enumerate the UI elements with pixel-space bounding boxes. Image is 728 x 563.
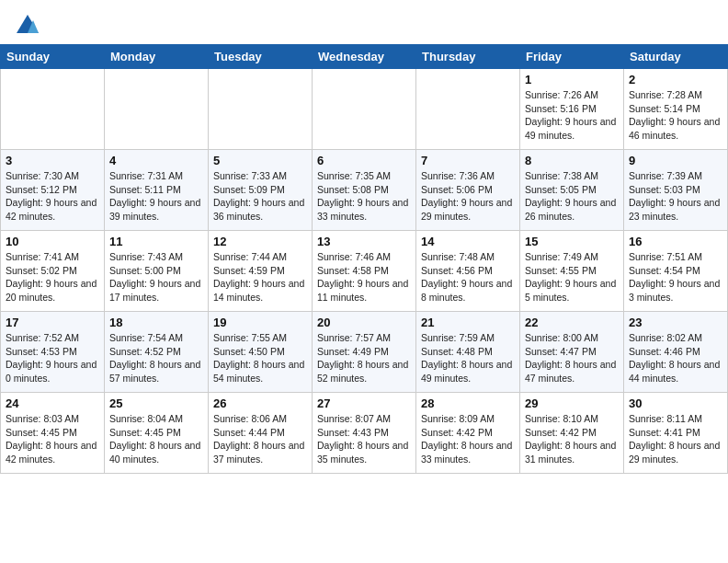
day-number: 19 — [213, 316, 307, 329]
day-number: 13 — [317, 235, 411, 248]
day-number: 16 — [629, 235, 722, 248]
calendar-cell — [105, 69, 209, 150]
calendar-cell: 12Sunrise: 7:44 AM Sunset: 4:59 PM Dayli… — [209, 231, 313, 312]
day-number: 3 — [6, 154, 99, 167]
calendar-week-row: 1Sunrise: 7:26 AM Sunset: 5:16 PM Daylig… — [1, 69, 728, 150]
day-number: 6 — [317, 154, 411, 167]
day-detail: Sunrise: 7:54 AM Sunset: 4:52 PM Dayligh… — [109, 331, 203, 385]
day-number: 28 — [421, 396, 515, 410]
col-header-monday: Monday — [105, 45, 209, 69]
calendar-week-row: 3Sunrise: 7:30 AM Sunset: 5:12 PM Daylig… — [1, 150, 728, 231]
day-number: 7 — [421, 154, 515, 167]
day-number: 2 — [629, 73, 722, 86]
calendar-cell: 24Sunrise: 8:03 AM Sunset: 4:45 PM Dayli… — [1, 393, 105, 474]
calendar-cell: 16Sunrise: 7:51 AM Sunset: 4:54 PM Dayli… — [624, 231, 728, 312]
day-number: 21 — [421, 316, 515, 329]
calendar-cell: 5Sunrise: 7:33 AM Sunset: 5:09 PM Daylig… — [209, 150, 313, 231]
calendar-table: SundayMondayTuesdayWednesdayThursdayFrid… — [0, 44, 728, 474]
calendar-week-row: 10Sunrise: 7:41 AM Sunset: 5:02 PM Dayli… — [1, 231, 728, 312]
col-header-tuesday: Tuesday — [209, 45, 313, 69]
calendar-cell: 1Sunrise: 7:26 AM Sunset: 5:16 PM Daylig… — [520, 69, 624, 150]
day-detail: Sunrise: 8:03 AM Sunset: 4:45 PM Dayligh… — [6, 412, 99, 466]
day-detail: Sunrise: 8:00 AM Sunset: 4:47 PM Dayligh… — [525, 331, 619, 385]
day-detail: Sunrise: 7:36 AM Sunset: 5:06 PM Dayligh… — [421, 169, 515, 224]
day-detail: Sunrise: 8:04 AM Sunset: 4:45 PM Dayligh… — [109, 412, 203, 466]
calendar-cell: 20Sunrise: 7:57 AM Sunset: 4:49 PM Dayli… — [313, 312, 416, 393]
calendar-cell: 26Sunrise: 8:06 AM Sunset: 4:44 PM Dayli… — [209, 393, 313, 474]
day-detail: Sunrise: 7:39 AM Sunset: 5:03 PM Dayligh… — [629, 169, 722, 224]
calendar-cell: 3Sunrise: 7:30 AM Sunset: 5:12 PM Daylig… — [1, 150, 105, 231]
calendar-cell — [416, 69, 520, 150]
calendar-cell: 6Sunrise: 7:35 AM Sunset: 5:08 PM Daylig… — [313, 150, 416, 231]
calendar-cell: 23Sunrise: 8:02 AM Sunset: 4:46 PM Dayli… — [624, 312, 728, 393]
day-detail: Sunrise: 7:51 AM Sunset: 4:54 PM Dayligh… — [629, 250, 722, 304]
day-detail: Sunrise: 7:28 AM Sunset: 5:14 PM Dayligh… — [629, 88, 722, 143]
calendar-cell: 22Sunrise: 8:00 AM Sunset: 4:47 PM Dayli… — [520, 312, 624, 393]
day-detail: Sunrise: 7:44 AM Sunset: 4:59 PM Dayligh… — [213, 250, 307, 304]
day-number: 1 — [525, 73, 619, 86]
day-detail: Sunrise: 7:38 AM Sunset: 5:05 PM Dayligh… — [525, 169, 619, 224]
calendar-cell: 27Sunrise: 8:07 AM Sunset: 4:43 PM Dayli… — [313, 393, 416, 474]
day-detail: Sunrise: 7:55 AM Sunset: 4:50 PM Dayligh… — [213, 331, 307, 385]
day-number: 5 — [213, 154, 307, 167]
calendar-week-row: 24Sunrise: 8:03 AM Sunset: 4:45 PM Dayli… — [1, 393, 728, 474]
col-header-saturday: Saturday — [624, 45, 728, 69]
calendar-week-row: 17Sunrise: 7:52 AM Sunset: 4:53 PM Dayli… — [1, 312, 728, 393]
calendar-cell: 4Sunrise: 7:31 AM Sunset: 5:11 PM Daylig… — [105, 150, 209, 231]
day-number: 20 — [317, 316, 411, 329]
calendar-cell: 7Sunrise: 7:36 AM Sunset: 5:06 PM Daylig… — [416, 150, 520, 231]
day-detail: Sunrise: 7:26 AM Sunset: 5:16 PM Dayligh… — [525, 88, 619, 143]
col-header-wednesday: Wednesday — [313, 45, 416, 69]
calendar-cell: 14Sunrise: 7:48 AM Sunset: 4:56 PM Dayli… — [416, 231, 520, 312]
day-detail: Sunrise: 7:57 AM Sunset: 4:49 PM Dayligh… — [317, 331, 411, 385]
calendar-cell: 28Sunrise: 8:09 AM Sunset: 4:42 PM Dayli… — [416, 393, 520, 474]
calendar-cell: 18Sunrise: 7:54 AM Sunset: 4:52 PM Dayli… — [105, 312, 209, 393]
page-header — [0, 0, 728, 44]
day-detail: Sunrise: 7:59 AM Sunset: 4:48 PM Dayligh… — [421, 331, 515, 385]
col-header-thursday: Thursday — [416, 45, 520, 69]
calendar-cell — [1, 69, 105, 150]
calendar-cell: 29Sunrise: 8:10 AM Sunset: 4:42 PM Dayli… — [520, 393, 624, 474]
logo — [15, 13, 44, 39]
day-detail: Sunrise: 7:31 AM Sunset: 5:11 PM Dayligh… — [109, 169, 203, 224]
calendar-cell: 17Sunrise: 7:52 AM Sunset: 4:53 PM Dayli… — [1, 312, 105, 393]
day-number: 22 — [525, 316, 619, 329]
day-detail: Sunrise: 8:09 AM Sunset: 4:42 PM Dayligh… — [421, 412, 515, 466]
calendar-cell: 9Sunrise: 7:39 AM Sunset: 5:03 PM Daylig… — [624, 150, 728, 231]
day-detail: Sunrise: 7:46 AM Sunset: 4:58 PM Dayligh… — [317, 250, 411, 304]
day-detail: Sunrise: 7:33 AM Sunset: 5:09 PM Dayligh… — [213, 169, 307, 224]
logo-icon — [15, 13, 40, 39]
col-header-friday: Friday — [520, 45, 624, 69]
day-number: 18 — [109, 316, 203, 329]
day-detail: Sunrise: 7:49 AM Sunset: 4:55 PM Dayligh… — [525, 250, 619, 304]
day-detail: Sunrise: 8:02 AM Sunset: 4:46 PM Dayligh… — [629, 331, 722, 385]
calendar-cell — [209, 69, 313, 150]
day-number: 15 — [525, 235, 619, 248]
calendar-cell: 25Sunrise: 8:04 AM Sunset: 4:45 PM Dayli… — [105, 393, 209, 474]
day-number: 24 — [6, 396, 99, 410]
day-number: 14 — [421, 235, 515, 248]
calendar-cell: 2Sunrise: 7:28 AM Sunset: 5:14 PM Daylig… — [624, 69, 728, 150]
day-number: 29 — [525, 396, 619, 410]
day-number: 26 — [213, 396, 307, 410]
day-number: 25 — [109, 396, 203, 410]
calendar-cell: 19Sunrise: 7:55 AM Sunset: 4:50 PM Dayli… — [209, 312, 313, 393]
calendar-cell: 10Sunrise: 7:41 AM Sunset: 5:02 PM Dayli… — [1, 231, 105, 312]
day-detail: Sunrise: 7:48 AM Sunset: 4:56 PM Dayligh… — [421, 250, 515, 304]
calendar-cell: 11Sunrise: 7:43 AM Sunset: 5:00 PM Dayli… — [105, 231, 209, 312]
day-number: 8 — [525, 154, 619, 167]
day-detail: Sunrise: 7:52 AM Sunset: 4:53 PM Dayligh… — [6, 331, 99, 385]
day-detail: Sunrise: 8:11 AM Sunset: 4:41 PM Dayligh… — [629, 412, 722, 466]
day-detail: Sunrise: 7:35 AM Sunset: 5:08 PM Dayligh… — [317, 169, 411, 224]
day-number: 12 — [213, 235, 307, 248]
day-number: 9 — [629, 154, 722, 167]
calendar-cell: 8Sunrise: 7:38 AM Sunset: 5:05 PM Daylig… — [520, 150, 624, 231]
day-detail: Sunrise: 7:30 AM Sunset: 5:12 PM Dayligh… — [6, 169, 99, 224]
calendar-cell: 21Sunrise: 7:59 AM Sunset: 4:48 PM Dayli… — [416, 312, 520, 393]
day-number: 23 — [629, 316, 722, 329]
day-detail: Sunrise: 8:06 AM Sunset: 4:44 PM Dayligh… — [213, 412, 307, 466]
col-header-sunday: Sunday — [1, 45, 105, 69]
calendar-cell: 30Sunrise: 8:11 AM Sunset: 4:41 PM Dayli… — [624, 393, 728, 474]
day-detail: Sunrise: 7:43 AM Sunset: 5:00 PM Dayligh… — [109, 250, 203, 304]
day-detail: Sunrise: 7:41 AM Sunset: 5:02 PM Dayligh… — [6, 250, 99, 304]
